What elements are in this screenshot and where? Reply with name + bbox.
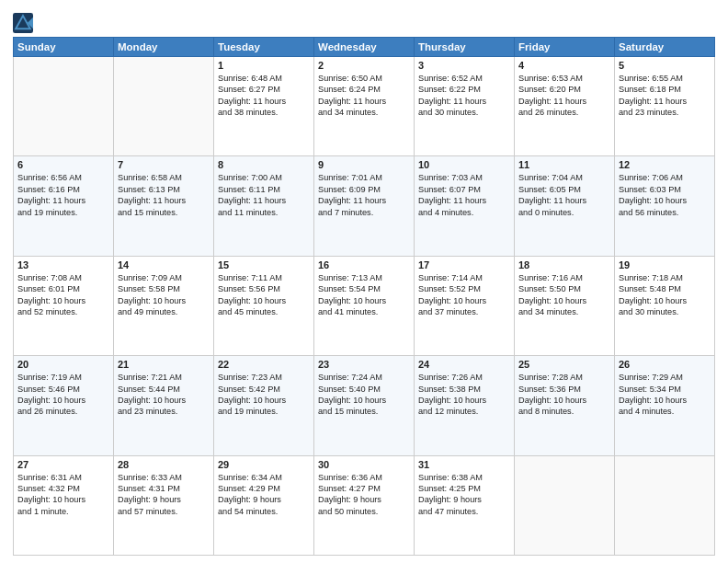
day-number: 8 <box>218 159 310 170</box>
cell-line: Sunrise: 6:34 AM <box>218 472 310 483</box>
weekday-header-monday: Monday <box>114 38 214 57</box>
cell-line: and 0 minutes. <box>518 207 610 218</box>
cell-line: and 37 minutes. <box>418 306 510 317</box>
cell-line: and 30 minutes. <box>418 107 510 118</box>
calendar-cell <box>515 455 615 555</box>
cell-line: Sunset: 5:50 PM <box>518 283 610 294</box>
cell-line: Sunset: 6:09 PM <box>318 184 410 195</box>
weekday-header-thursday: Thursday <box>415 38 515 57</box>
cell-line: and 15 minutes. <box>118 207 210 218</box>
cell-line: Sunrise: 7:19 AM <box>17 372 109 383</box>
cell-line: Sunset: 6:07 PM <box>418 184 510 195</box>
day-number: 4 <box>518 60 610 71</box>
day-number: 30 <box>318 459 410 470</box>
day-number: 13 <box>17 259 109 270</box>
cell-line: Sunset: 6:22 PM <box>418 84 510 95</box>
cell-line: Daylight: 10 hours <box>17 395 109 406</box>
calendar-week-row: 6Sunrise: 6:56 AMSunset: 6:16 PMDaylight… <box>14 156 715 256</box>
cell-line: Sunset: 5:34 PM <box>619 384 711 395</box>
cell-line: Sunrise: 7:29 AM <box>619 372 711 383</box>
cell-line: Sunrise: 7:21 AM <box>118 372 210 383</box>
cell-line: and 4 minutes. <box>418 207 510 218</box>
cell-line: and 11 minutes. <box>218 207 310 218</box>
cell-line: Daylight: 11 hours <box>218 195 310 206</box>
cell-line: Sunrise: 7:03 AM <box>418 172 510 183</box>
cell-line: and 15 minutes. <box>318 406 410 417</box>
cell-line: Sunset: 6:01 PM <box>17 283 109 294</box>
cell-line: Daylight: 11 hours <box>418 96 510 107</box>
day-number: 26 <box>619 359 711 370</box>
calendar-cell: 26Sunrise: 7:29 AMSunset: 5:34 PMDayligh… <box>615 356 715 455</box>
cell-line: and 1 minute. <box>17 506 109 517</box>
cell-line: Sunset: 5:38 PM <box>418 384 510 395</box>
cell-line: and 47 minutes. <box>418 506 510 517</box>
cell-line: and 56 minutes. <box>619 207 711 218</box>
cell-line: Sunset: 6:13 PM <box>118 184 210 195</box>
cell-line: and 26 minutes. <box>518 107 610 118</box>
calendar-cell: 15Sunrise: 7:11 AMSunset: 5:56 PMDayligh… <box>214 256 314 355</box>
day-number: 14 <box>118 259 210 270</box>
day-number: 31 <box>418 459 510 470</box>
day-number: 5 <box>619 60 711 71</box>
cell-line: Sunset: 6:18 PM <box>619 84 711 95</box>
calendar-cell <box>114 57 214 156</box>
cell-line: Sunset: 6:27 PM <box>218 84 310 95</box>
cell-line: Daylight: 10 hours <box>118 295 210 306</box>
calendar-cell: 31Sunrise: 6:38 AMSunset: 4:25 PMDayligh… <box>415 455 515 555</box>
cell-line: Sunrise: 6:58 AM <box>118 172 210 183</box>
day-number: 17 <box>418 259 510 270</box>
cell-line: Daylight: 10 hours <box>418 395 510 406</box>
cell-line: Sunrise: 6:33 AM <box>118 472 210 483</box>
day-number: 11 <box>518 159 610 170</box>
day-number: 27 <box>17 459 109 470</box>
cell-line: Daylight: 10 hours <box>619 195 711 206</box>
calendar-cell: 18Sunrise: 7:16 AMSunset: 5:50 PMDayligh… <box>515 256 615 355</box>
cell-line: Daylight: 9 hours <box>418 494 510 505</box>
calendar-cell: 13Sunrise: 7:08 AMSunset: 6:01 PMDayligh… <box>14 256 114 355</box>
calendar-cell: 9Sunrise: 7:01 AMSunset: 6:09 PMDaylight… <box>314 156 415 256</box>
cell-line: Daylight: 11 hours <box>518 195 610 206</box>
cell-line: Sunrise: 7:16 AM <box>518 272 610 283</box>
cell-line: Sunset: 6:16 PM <box>17 184 109 195</box>
cell-line: Sunrise: 6:56 AM <box>17 172 109 183</box>
cell-line: and 57 minutes. <box>118 506 210 517</box>
cell-line: and 4 minutes. <box>619 406 711 417</box>
cell-line: Daylight: 9 hours <box>218 494 310 505</box>
cell-line: and 23 minutes. <box>118 406 210 417</box>
cell-line: and 38 minutes. <box>218 107 310 118</box>
cell-line: and 26 minutes. <box>17 406 109 417</box>
cell-line: Sunset: 4:32 PM <box>17 483 109 494</box>
page: SundayMondayTuesdayWednesdayThursdayFrid… <box>0 0 728 563</box>
cell-line: Daylight: 11 hours <box>318 195 410 206</box>
day-number: 12 <box>619 159 711 170</box>
cell-line: Daylight: 10 hours <box>518 295 610 306</box>
cell-line: Sunset: 5:52 PM <box>418 283 510 294</box>
cell-line: Sunset: 6:11 PM <box>218 184 310 195</box>
cell-line: Sunrise: 6:55 AM <box>619 73 711 84</box>
cell-line: Daylight: 9 hours <box>318 494 410 505</box>
day-number: 29 <box>218 459 310 470</box>
cell-line: Sunrise: 7:06 AM <box>619 172 711 183</box>
cell-line: Sunrise: 7:24 AM <box>318 372 410 383</box>
cell-line: and 52 minutes. <box>17 306 109 317</box>
cell-line: Sunrise: 7:26 AM <box>418 372 510 383</box>
cell-line: Sunrise: 6:36 AM <box>318 472 410 483</box>
cell-line: and 19 minutes. <box>17 207 109 218</box>
calendar-header-row: SundayMondayTuesdayWednesdayThursdayFrid… <box>14 38 715 57</box>
cell-line: Sunset: 4:27 PM <box>318 483 410 494</box>
day-number: 7 <box>118 159 210 170</box>
day-number: 24 <box>418 359 510 370</box>
weekday-header-friday: Friday <box>515 38 615 57</box>
cell-line: Daylight: 10 hours <box>218 395 310 406</box>
day-number: 15 <box>218 259 310 270</box>
calendar-cell: 2Sunrise: 6:50 AMSunset: 6:24 PMDaylight… <box>314 57 415 156</box>
day-number: 19 <box>619 259 711 270</box>
calendar-cell: 1Sunrise: 6:48 AMSunset: 6:27 PMDaylight… <box>214 57 314 156</box>
cell-line: and 12 minutes. <box>418 406 510 417</box>
cell-line: Sunset: 5:42 PM <box>218 384 310 395</box>
cell-line: Sunset: 5:58 PM <box>118 283 210 294</box>
day-number: 23 <box>318 359 410 370</box>
cell-line: Sunset: 4:29 PM <box>218 483 310 494</box>
cell-line: Daylight: 11 hours <box>218 96 310 107</box>
cell-line: Sunrise: 7:14 AM <box>418 272 510 283</box>
